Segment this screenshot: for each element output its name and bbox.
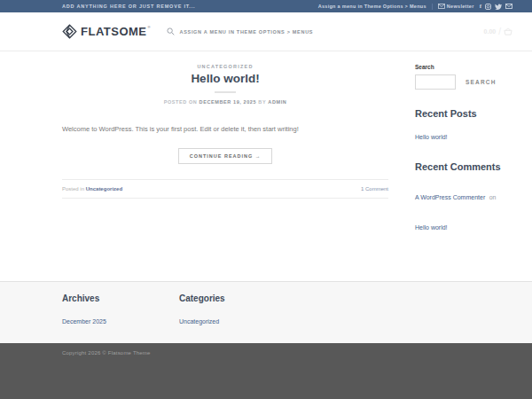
comments-count-link[interactable]: 1 Comment <box>361 186 388 192</box>
comment-post-link[interactable]: Hello world! <box>415 224 448 231</box>
search-form: SEARCH <box>415 74 511 90</box>
archives-title: Archives <box>62 293 179 303</box>
recent-comment-item: A WordPress Commenter on Hello world! <box>415 180 511 239</box>
categories-title: Categories <box>179 293 225 303</box>
archive-link[interactable]: December 2025 <box>62 318 106 325</box>
search-widget-title: Search <box>415 64 511 70</box>
post-meta-line: POSTED ON DECEMBER 19, 2025 BY ADMIN <box>62 99 388 105</box>
cart-amount: 0.00 <box>484 28 497 35</box>
copyright-text: Copyright 2026 © Flatsome Theme <box>62 350 511 356</box>
search-submit-button[interactable]: SEARCH <box>456 79 497 85</box>
header-cart[interactable]: 0.00 / <box>484 27 512 36</box>
logo-registered-mark: ® <box>148 25 151 29</box>
comment-on-label: on <box>489 194 497 200</box>
posted-on-label: POSTED ON <box>164 99 198 105</box>
archives-widget: Archives December 2025 <box>62 293 179 327</box>
posted-in-category-link[interactable]: Uncategorized <box>86 186 122 192</box>
post-header: UNCATEGORIZED Hello world! POSTED ON DEC… <box>62 64 388 105</box>
comment-author-link[interactable]: A WordPress Commenter <box>415 194 485 200</box>
topbar-notice-text: ADD ANYTHING HERE OR JUST REMOVE IT... <box>62 4 195 9</box>
sidebar: Search SEARCH Recent Posts Hello world! … <box>415 64 511 239</box>
footer-widgets: Archives December 2025 Categories Uncate… <box>0 281 532 343</box>
post-title[interactable]: Hello world! <box>62 72 388 85</box>
newsletter-label: Newsletter <box>447 4 474 9</box>
header-menu-notice-link[interactable]: ASSIGN A MENU IN THEME OPTIONS > MENUS <box>179 29 313 35</box>
cart-basket-icon <box>504 27 512 35</box>
recent-posts-list: Hello world! <box>415 127 511 143</box>
recent-post-link[interactable]: Hello world! <box>415 134 448 140</box>
post-column: UNCATEGORIZED Hello world! POSTED ON DEC… <box>62 64 388 239</box>
site-header: FLATSOME® ASSIGN A MENU IN THEME OPTIONS… <box>0 12 532 51</box>
social-icons-group: f <box>480 4 512 10</box>
search-input[interactable] <box>415 74 456 90</box>
instagram-icon[interactable] <box>485 4 491 10</box>
topbar-divider <box>432 4 433 10</box>
by-label: BY <box>258 99 266 105</box>
newsletter-envelope-icon <box>438 4 445 9</box>
posted-in-label: Posted in <box>62 186 84 192</box>
post-category-link[interactable]: UNCATEGORIZED <box>62 64 388 69</box>
post-author-link[interactable]: ADMIN <box>268 99 286 105</box>
recent-comments-title: Recent Comments <box>415 161 511 172</box>
flatsome-logo-icon <box>62 24 77 39</box>
site-logo[interactable]: FLATSOME® <box>62 24 153 39</box>
top-bar: ADD ANYTHING HERE OR JUST REMOVE IT... A… <box>0 0 532 12</box>
recent-posts-title: Recent Posts <box>415 108 511 119</box>
newsletter-link[interactable]: Newsletter <box>438 4 474 9</box>
continue-reading-button[interactable]: CONTINUE READING → <box>178 148 273 164</box>
category-footer-link[interactable]: Uncategorized <box>179 318 219 325</box>
search-icon[interactable] <box>167 27 175 35</box>
post-divider <box>215 91 236 93</box>
topbar-menu-notice-link[interactable]: Assign a menu in Theme Options > Menus <box>318 4 426 9</box>
continue-reading-row: CONTINUE READING → <box>62 145 388 164</box>
main-content-area: UNCATEGORIZED Hello world! POSTED ON DEC… <box>0 51 532 281</box>
post-excerpt: Welcome to WordPress. This is your first… <box>62 124 388 134</box>
post-meta-footer: Posted in Uncategorized 1 Comment <box>62 179 388 199</box>
post-date: DECEMBER 19, 2025 <box>200 99 257 105</box>
header-nav: ASSIGN A MENU IN THEME OPTIONS > MENUS <box>167 27 313 35</box>
cart-separator: / <box>498 27 501 36</box>
topbar-right-group: Assign a menu in Theme Options > Menus N… <box>318 4 512 10</box>
categories-widget: Categories Uncategorized <box>179 293 225 327</box>
logo-text: FLATSOME <box>81 25 147 38</box>
facebook-icon[interactable]: f <box>480 4 481 10</box>
email-icon[interactable] <box>505 4 512 9</box>
absolute-footer: Copyright 2026 © Flatsome Theme <box>0 343 532 399</box>
posted-in: Posted in Uncategorized <box>62 186 122 192</box>
twitter-icon[interactable] <box>495 4 502 10</box>
